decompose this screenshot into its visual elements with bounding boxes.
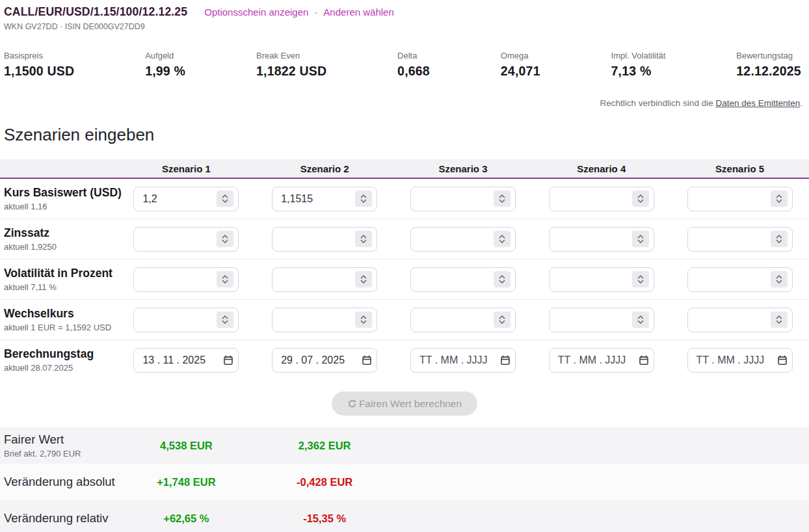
number-stepper[interactable] — [355, 271, 372, 287]
number-stepper[interactable] — [355, 231, 372, 247]
input-wechselkurs-szenario-1[interactable] — [133, 308, 239, 332]
calendar-button[interactable] — [223, 355, 233, 366]
scenario-calculator-page: CALL/EUR/USD/1.15/100/12.12.25 Optionssc… — [0, 0, 809, 532]
row-label-text: Zinssatz — [4, 226, 117, 240]
scenario-table: Szenario 1Szenario 2Szenario 3Szenario 4… — [0, 159, 809, 380]
chevron-up-icon — [637, 275, 644, 279]
number-stepper[interactable] — [632, 312, 649, 328]
input-wechselkurs-szenario-3[interactable] — [410, 308, 516, 332]
choose-other-link[interactable]: Anderen wählen — [323, 7, 393, 18]
scenario-row-berechnungstag: Berechnungstagaktuell 28.07.202513 . 11 … — [0, 340, 809, 380]
input-kurs-basiswert-szenario-4[interactable] — [549, 187, 654, 211]
chevron-up-icon — [776, 315, 782, 319]
input-berechnungstag-szenario-2[interactable]: 29 . 07 . 2025 — [272, 348, 377, 373]
column-header-szenario-1: Szenario 1 — [117, 163, 256, 174]
number-stepper[interactable] — [771, 271, 788, 287]
input-wechselkurs-szenario-4[interactable] — [549, 308, 654, 332]
number-stepper[interactable] — [771, 231, 788, 247]
section-title: Szenarien eingeben — [0, 125, 809, 145]
result-label-ver-nderung-absolut: Veränderung absolut — [0, 475, 117, 489]
number-stepper[interactable] — [771, 191, 788, 207]
chevron-up-icon — [637, 315, 644, 319]
key-figure-aufgeld: Aufgeld1,99 % — [145, 51, 185, 79]
input-volatilitaet-szenario-2[interactable] — [272, 267, 377, 292]
calculate-button-label: Fairen Wert berechnen — [359, 398, 462, 410]
calendar-button[interactable] — [500, 355, 511, 366]
number-stepper[interactable] — [217, 231, 233, 247]
input-volatilitaet-szenario-4[interactable] — [549, 267, 654, 292]
calendar-button[interactable] — [362, 355, 372, 366]
number-stepper[interactable] — [217, 191, 233, 207]
input-berechnungstag-szenario-3[interactable]: TT . MM . JJJJ — [410, 348, 516, 373]
number-stepper[interactable] — [632, 191, 649, 207]
link-separator: · — [314, 7, 317, 18]
legal-text: Rechtlich verbindlich sind die — [600, 98, 716, 108]
input-berechnungstag-szenario-5[interactable]: TT . MM . JJJJ — [687, 348, 793, 373]
input-zinssatz-szenario-2[interactable] — [272, 227, 377, 252]
number-stepper[interactable] — [494, 312, 511, 328]
chevron-down-icon — [222, 280, 228, 284]
chevron-down-icon — [776, 320, 782, 324]
key-figure-value: 24,071 — [501, 64, 540, 79]
calendar-button[interactable] — [777, 355, 788, 366]
calculate-fair-value-button[interactable]: Fairen Wert berechnen — [332, 392, 477, 416]
row-label-text: Wechselkurs — [4, 307, 117, 321]
result-label-text: Veränderung absolut — [4, 475, 117, 489]
input-zinssatz-szenario-1[interactable] — [133, 227, 239, 252]
input-zinssatz-szenario-4[interactable] — [549, 227, 654, 252]
chevron-down-icon — [360, 199, 367, 203]
chevron-up-icon — [776, 235, 782, 239]
key-figure-delta: Delta0,668 — [397, 51, 430, 79]
number-stepper[interactable] — [217, 271, 233, 287]
number-stepper[interactable] — [355, 312, 372, 328]
show-warrant-link[interactable]: Optionsschein anzeigen — [204, 7, 308, 18]
scenario-row-volatilitaet: Volatilität in Prozentaktuell 7,11 % — [0, 259, 809, 300]
number-stepper[interactable] — [494, 271, 511, 287]
chevron-up-icon — [360, 235, 367, 239]
number-stepper[interactable] — [632, 271, 649, 287]
result-label-ver-nderung-relativ: Veränderung relativ — [0, 511, 117, 525]
key-figure-label: Delta — [397, 51, 430, 60]
result-label-text: Veränderung relativ — [4, 511, 117, 525]
scenario-table-header: Szenario 1Szenario 2Szenario 3Szenario 4… — [0, 159, 809, 179]
input-volatilitaet-szenario-3[interactable] — [410, 267, 516, 292]
refresh-icon — [347, 399, 357, 408]
chevron-down-icon — [222, 320, 228, 324]
result-value-cell: +1,748 EUR — [117, 476, 256, 488]
scenario-row-kurs-basiswert: Kurs Basiswert (USD)aktuell 1,161,21,151… — [0, 179, 809, 219]
calendar-icon — [500, 355, 511, 366]
chevron-down-icon — [776, 199, 782, 203]
number-stepper[interactable] — [494, 231, 511, 247]
issuer-data-link[interactable]: Daten des Emittenten — [715, 98, 800, 108]
date-value: 29 . 07 . 2025 — [281, 354, 345, 366]
key-figure-value: 1,1500 USD — [4, 64, 74, 79]
number-stepper[interactable] — [494, 191, 511, 207]
chevron-up-icon — [222, 315, 228, 319]
chevron-up-icon — [222, 194, 228, 198]
input-volatilitaet-szenario-5[interactable] — [687, 267, 793, 292]
number-stepper[interactable] — [217, 312, 233, 328]
input-zinssatz-szenario-5[interactable] — [687, 227, 793, 252]
input-kurs-basiswert-szenario-2[interactable]: 1,1515 — [272, 187, 377, 211]
input-volatilitaet-szenario-1[interactable] — [133, 267, 239, 292]
legal-suffix: . — [800, 98, 802, 108]
number-stepper[interactable] — [355, 191, 372, 207]
number-stepper[interactable] — [632, 231, 649, 247]
input-kurs-basiswert-szenario-1[interactable]: 1,2 — [133, 187, 239, 211]
input-wechselkurs-szenario-2[interactable] — [272, 308, 377, 332]
input-zinssatz-szenario-3[interactable] — [410, 227, 516, 252]
input-kurs-basiswert-szenario-3[interactable] — [410, 187, 516, 211]
number-stepper[interactable] — [771, 312, 788, 328]
chevron-down-icon — [637, 239, 644, 243]
date-placeholder: TT . MM . JJJJ — [696, 354, 765, 366]
calculate-button-row: Fairen Wert berechnen — [0, 392, 809, 416]
calendar-button[interactable] — [639, 355, 649, 366]
input-kurs-basiswert-szenario-5[interactable] — [687, 187, 793, 211]
input-berechnungstag-szenario-4[interactable]: TT . MM . JJJJ — [549, 348, 654, 373]
date-placeholder: TT . MM . JJJJ — [558, 354, 626, 366]
input-berechnungstag-szenario-1[interactable]: 13 . 11 . 2025 — [133, 348, 239, 373]
key-figure-label: Aufgeld — [145, 51, 185, 60]
chevron-up-icon — [776, 194, 782, 198]
input-wechselkurs-szenario-5[interactable] — [687, 308, 793, 332]
key-figure-label: Impl. Volatilität — [611, 51, 666, 60]
